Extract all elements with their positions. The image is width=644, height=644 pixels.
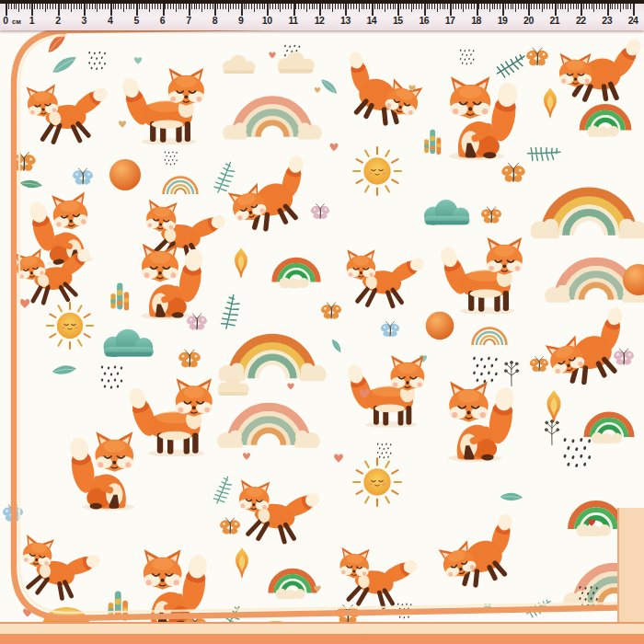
ruler-number: 18 xyxy=(471,15,481,26)
ruler-tick xyxy=(21,4,22,9)
ruler-tick xyxy=(578,4,579,9)
cactus-motif xyxy=(110,283,129,311)
ruler-tick xyxy=(468,4,469,9)
fox-stand-motif xyxy=(344,355,425,428)
ruler-tick xyxy=(471,4,472,9)
ruler-tick xyxy=(406,4,407,9)
fabric-photo-stage: 0123456789101112131415161718192021222324… xyxy=(0,0,644,644)
fern-motif xyxy=(525,135,560,170)
ruler-tick xyxy=(515,4,516,12)
ruler-number: 24 xyxy=(628,15,638,26)
ruler-tick xyxy=(95,4,96,9)
ruler-tick xyxy=(309,4,310,9)
ruler-tick xyxy=(400,4,401,9)
ruler-tick xyxy=(489,4,490,12)
ruler-tick xyxy=(497,4,498,9)
ruler: 0123456789101112131415161718192021222324… xyxy=(0,0,644,30)
fox-pounce-motif xyxy=(227,154,306,228)
fern-motif xyxy=(208,477,236,505)
ruler-tick xyxy=(518,4,519,9)
ruler-tick xyxy=(431,4,432,9)
ruler-tick xyxy=(207,4,208,9)
ruler-tick xyxy=(238,4,239,9)
butterfly-motif xyxy=(218,518,241,535)
ruler-tick xyxy=(565,4,566,9)
fox-leap-motif xyxy=(26,78,115,145)
ruler-tick xyxy=(68,4,69,9)
fox-leap-motif xyxy=(17,535,106,604)
rainbow-pastel-motif xyxy=(223,100,322,144)
dots-motif xyxy=(164,151,177,165)
ruler-tick xyxy=(627,4,628,9)
ruler-tick xyxy=(246,4,247,9)
dots-motif xyxy=(377,443,392,458)
ruler-tick xyxy=(411,4,412,12)
ruler-tick xyxy=(610,4,611,9)
ruler-tick xyxy=(81,4,82,9)
rainbow-thin-motif xyxy=(164,178,198,194)
ruler-tick xyxy=(617,4,618,9)
ruler-tick xyxy=(178,4,179,9)
ruler-tick xyxy=(126,4,127,9)
cloud-cream-motif xyxy=(223,54,255,74)
ruler-tick xyxy=(419,4,420,9)
ruler-tick xyxy=(29,4,30,9)
ruler-tick xyxy=(288,4,289,9)
ruler-tick xyxy=(196,4,197,9)
ruler-tick xyxy=(306,4,307,12)
leaf-motif xyxy=(51,56,79,74)
ruler-tick xyxy=(382,4,383,9)
ruler-tick xyxy=(390,4,391,9)
ruler-tick xyxy=(526,4,527,9)
ruler-tick xyxy=(149,4,150,12)
ruler-tick xyxy=(155,4,155,9)
leaf-motif xyxy=(320,75,338,97)
ruler-tick xyxy=(27,4,28,9)
ruler-tick xyxy=(272,4,273,9)
leaf-motif xyxy=(331,338,341,353)
flame-motif xyxy=(547,390,561,423)
pattern-motif-layer xyxy=(1,17,644,644)
sun-face-motif xyxy=(47,303,93,349)
ruler-tick xyxy=(387,4,388,9)
ruler-tick xyxy=(395,4,396,9)
ruler-tick xyxy=(377,4,378,9)
ruler-tick xyxy=(230,4,231,9)
ruler-tick xyxy=(220,4,221,9)
ruler-tick xyxy=(183,4,184,9)
sprig-motif xyxy=(504,362,518,386)
fox-pounce-motif xyxy=(548,17,644,112)
rainbow-green-motif xyxy=(270,571,314,602)
leaf-motif xyxy=(500,489,523,504)
ruler-tick xyxy=(270,4,270,9)
heart-motif xyxy=(315,87,321,93)
ruler-tick xyxy=(531,4,532,9)
ruler-unit-label: см xyxy=(12,17,21,26)
ruler-tick xyxy=(92,4,93,9)
ruler-tick xyxy=(592,4,592,9)
heart-motif xyxy=(20,299,30,308)
ruler-tick xyxy=(142,4,143,9)
cloud-teal-motif xyxy=(424,200,470,225)
ruler-tick xyxy=(385,4,385,12)
heart-motif xyxy=(287,384,293,390)
fox-leap-motif xyxy=(347,249,427,305)
fox-sit-motif xyxy=(449,76,521,160)
ruler-tick xyxy=(118,4,119,9)
ruler-tick xyxy=(534,4,535,9)
ruler-tick xyxy=(356,4,357,9)
heart-motif xyxy=(134,57,142,64)
ruler-tick xyxy=(359,4,360,12)
ruler-tick xyxy=(466,4,466,9)
ruler-tick xyxy=(280,4,281,12)
fabric-pattern xyxy=(0,0,644,644)
ruler-tick xyxy=(251,4,252,9)
ruler-tick xyxy=(544,4,545,9)
ruler-tick xyxy=(24,4,25,9)
ruler-tick xyxy=(129,4,130,9)
ruler-tick xyxy=(511,4,512,9)
heart-motif xyxy=(119,121,126,128)
ruler-number: 4 xyxy=(108,15,112,26)
butterfly-motif xyxy=(379,322,400,338)
ruler-tick xyxy=(97,4,98,12)
